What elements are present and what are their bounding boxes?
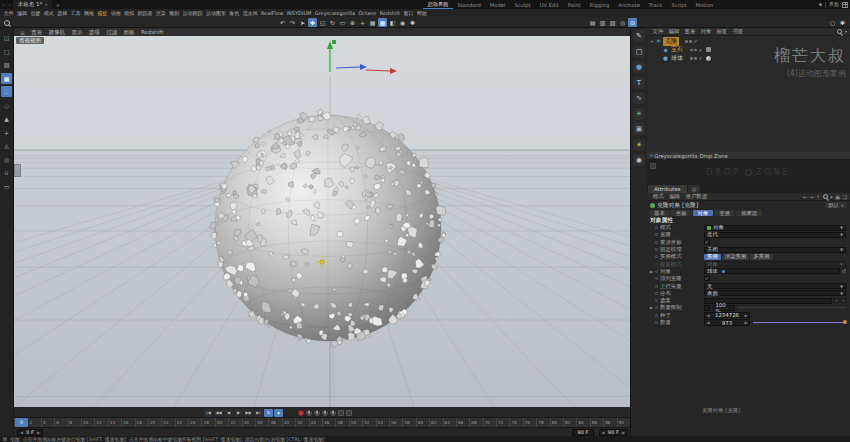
menu-item[interactable]: 流水线 [241, 10, 259, 16]
layout-tab[interactable]: UV Edit [535, 0, 563, 9]
timeline-tick[interactable]: 60 [416, 418, 429, 427]
timeline-tick[interactable]: 42 [295, 418, 308, 427]
texture-mode-icon[interactable]: ▨ [608, 18, 617, 27]
menu-item[interactable]: 帮助 [415, 10, 428, 16]
attribute-tab[interactable]: 变换 [714, 210, 735, 217]
timeline-ruler[interactable]: 0246810121416182022242628303234363840424… [14, 417, 630, 428]
attribute-tab[interactable]: 对象 [693, 210, 714, 217]
attribute-tab[interactable]: 坐标 [671, 210, 692, 217]
segment-option[interactable]: 实例 [704, 254, 721, 260]
viewport-menu-item[interactable]: 过滤 [103, 29, 120, 36]
attribute-menu-item[interactable]: 编辑 [666, 193, 682, 200]
layout-tab[interactable]: Paint [563, 0, 585, 9]
timeline-tick[interactable]: 90 [617, 418, 630, 427]
timeline-tick[interactable]: 80 [550, 418, 563, 427]
coordinate-system-icon[interactable]: ⊕ [348, 18, 357, 27]
current-frame-spinner[interactable]: ◀ 0 F ▶ [17, 429, 43, 436]
object-name[interactable]: 球体 [670, 54, 684, 63]
timeline-tick[interactable]: 32 [228, 418, 241, 427]
animation-dot-icon[interactable] [655, 321, 658, 324]
menu-item[interactable]: 工具 [69, 10, 82, 16]
timeline-tick[interactable]: 18 [135, 418, 148, 427]
viewport-menu-item[interactable]: 摄像机 [45, 29, 68, 36]
menu-item[interactable]: 动画 [109, 10, 122, 16]
range-end-spinner[interactable]: ◀ 90 F ▶ [599, 429, 628, 436]
nav-up-icon[interactable]: ↑ [816, 194, 820, 200]
enabled-check-icon[interactable]: ✓ [699, 55, 703, 61]
menu-item[interactable]: 渲染 [154, 10, 167, 16]
menu-item[interactable]: INSYDIUM [285, 10, 313, 16]
play-mode-icon[interactable]: ↻ [264, 409, 273, 417]
attribute-tab[interactable]: 效果器 [736, 210, 762, 217]
keyframe-selection-icon[interactable] [346, 410, 352, 416]
tweak-mode-icon[interactable]: + [1, 127, 12, 138]
tab-layer-icon[interactable]: ▤ [688, 185, 701, 193]
object-row[interactable]: ●球体✓ [647, 54, 850, 63]
playhead[interactable]: 0 [15, 418, 28, 427]
layout-tab[interactable]: Script [667, 0, 691, 9]
object-manager-menu-item[interactable]: 标签 [714, 28, 730, 35]
new-document-button[interactable]: + [52, 1, 63, 8]
menu-item[interactable]: 运动图形 [204, 10, 227, 16]
object-manager-menu-item[interactable]: 书签 [730, 28, 746, 35]
visibility-editor-dot[interactable] [690, 49, 693, 52]
timeline-tick[interactable]: 28 [201, 418, 214, 427]
timeline-tick[interactable]: 22 [161, 418, 174, 427]
play-icon[interactable]: ▶ [234, 409, 243, 417]
timeline-tick[interactable]: 74 [509, 418, 522, 427]
menu-item[interactable]: 文件 [2, 10, 15, 16]
filter-dropdown-icon[interactable]: ▾ [845, 29, 847, 34]
visibility-render-dot[interactable] [694, 49, 697, 52]
clear-link-icon[interactable]: ↺ [842, 268, 846, 274]
menu-item[interactable]: 模拟 [122, 10, 135, 16]
viewport-menu-item[interactable]: Redshift [138, 29, 167, 35]
timeline-tick[interactable]: 38 [268, 418, 281, 427]
selection-button-icon[interactable] [834, 298, 839, 303]
animation-dot-icon[interactable] [655, 285, 658, 288]
animation-dot-icon[interactable] [655, 241, 658, 244]
timeline-tick[interactable]: 70 [483, 418, 496, 427]
workplane-lock-icon[interactable]: ▭ [1, 181, 12, 192]
timeline-tick[interactable]: 78 [536, 418, 549, 427]
menu-item[interactable]: 窗口 [402, 10, 415, 16]
key-rotation-icon[interactable] [322, 410, 328, 416]
viewport-menu-item[interactable]: 面板 [120, 29, 137, 36]
timeline-tick[interactable]: 16 [121, 418, 134, 427]
slider-track[interactable] [738, 307, 847, 308]
live-selection-icon[interactable]: ➤ [298, 18, 307, 27]
menu-item[interactable]: 运动跟踪 [181, 10, 204, 16]
animation-dot-icon[interactable] [655, 277, 658, 280]
menu-item[interactable]: 捕捉 [96, 10, 109, 16]
enable-snap-icon[interactable]: ⊙ [628, 18, 637, 27]
value-dropdown[interactable]: 无▼ [704, 283, 846, 289]
visibility-editor-dot[interactable] [690, 57, 693, 60]
segment-option[interactable]: 多实例 [750, 254, 772, 260]
selection-button-icon[interactable] [841, 298, 846, 303]
object-manager-menu-item[interactable]: 查看 [682, 28, 698, 35]
model-mode-icon[interactable]: □ [1, 46, 12, 57]
goto-start-icon[interactable]: |◀ [204, 409, 213, 417]
text-icon[interactable]: T [633, 77, 645, 89]
spinner-increment-icon[interactable]: ▶ [743, 320, 749, 325]
visibility-render-dot[interactable] [689, 40, 692, 43]
timeline-tick[interactable]: 6 [54, 418, 67, 427]
range-end-box[interactable]: 90 F [572, 429, 593, 436]
goto-end-icon[interactable]: ▶| [254, 409, 263, 417]
document-tab[interactable]: 未命名 1* ▾ [13, 0, 53, 9]
timeline-tick[interactable]: 8 [68, 418, 81, 427]
visibility-render-dot[interactable] [694, 57, 697, 60]
lock-icon[interactable]: ▣ [835, 194, 840, 200]
checkbox[interactable]: ✓ [704, 239, 710, 245]
checkbox[interactable]: ✓ [704, 276, 710, 282]
animation-dot-icon[interactable] [655, 263, 658, 266]
visibility-editor-dot[interactable] [685, 40, 688, 43]
timeline-tick[interactable]: 52 [362, 418, 375, 427]
attribute-menu-item[interactable]: 模式 [650, 193, 666, 200]
sphere-icon[interactable]: ● [633, 61, 645, 73]
viewport-menu-item[interactable]: 查看 [28, 29, 45, 36]
enabled-check-icon[interactable]: ✓ [699, 47, 703, 53]
animation-dot-icon[interactable] [655, 292, 658, 295]
texture-tag[interactable] [706, 47, 711, 52]
layout-tab[interactable]: Model [485, 0, 510, 9]
chevron-down-icon[interactable]: ▾ [830, 194, 833, 200]
